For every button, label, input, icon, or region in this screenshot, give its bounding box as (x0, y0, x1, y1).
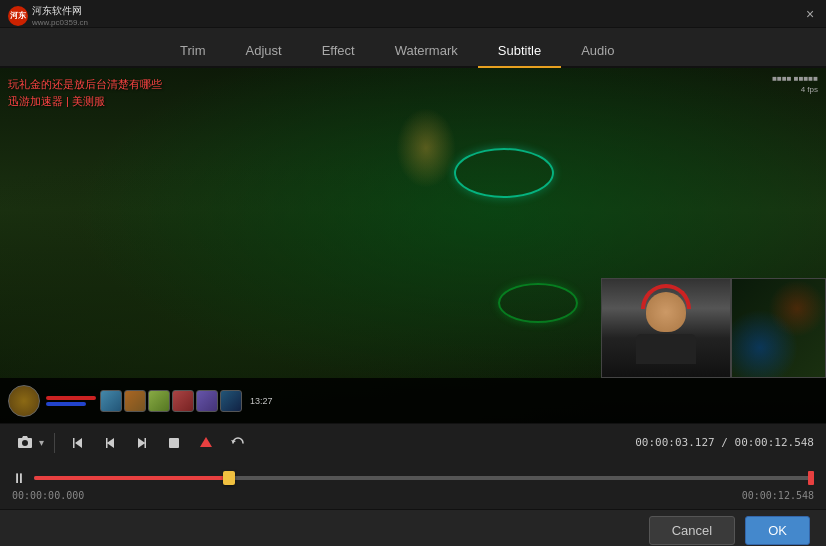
skip-back-icon (70, 435, 86, 451)
stop-icon (166, 435, 182, 451)
end-time-label: 00:00:12.548 (742, 490, 814, 501)
video-preview: 玩礼金的还是放后台清楚有哪些 迅游加速器 | 美测服 ■■■■ ■■■■■ 4 … (0, 68, 826, 423)
watermark-line1: 玩礼金的还是放后台清楚有哪些 (8, 76, 162, 93)
scrubber-end-handle[interactable] (808, 471, 814, 485)
stop-button[interactable] (161, 432, 187, 454)
watermark-line2: 迅游加速器 | 美测服 (8, 93, 162, 110)
step-fwd-icon (134, 435, 150, 451)
tab-bar: Trim Adjust Effect Watermark Subtitle Au… (0, 28, 826, 68)
play-pause-button[interactable]: ⏸ (12, 470, 26, 486)
logo-title: 河东软件网 (32, 4, 88, 18)
title-bar: 河东 河东软件网 www.pc0359.cn × (0, 0, 826, 28)
scrubber-track[interactable] (34, 476, 814, 480)
tab-effect[interactable]: Effect (302, 35, 375, 68)
hud-fps-value: 4 fps (772, 85, 818, 94)
scrubber-handle[interactable] (223, 471, 235, 485)
scrubber-row: ⏸ (12, 470, 814, 486)
skill-icon-1 (100, 390, 122, 412)
dropdown-arrow-icon: ▾ (39, 437, 44, 448)
tab-adjust[interactable]: Adjust (226, 35, 302, 68)
webcam-head (646, 292, 686, 332)
timeline-area: ⏸ 00:00:00.000 00:00:12.548 (0, 461, 826, 509)
svg-rect-0 (169, 438, 179, 448)
controls-bar: ▾ 00:00:03.127 / 0 (0, 423, 826, 461)
reset-icon (230, 435, 246, 451)
marker-icon (198, 435, 214, 451)
camera-icon (17, 435, 33, 451)
start-time-label: 00:00:00.000 (12, 490, 84, 501)
webcam-body (636, 334, 696, 364)
step-fwd-button[interactable] (129, 432, 155, 454)
logo-url: www.pc0359.cn (32, 18, 88, 27)
marker-red-button[interactable] (193, 432, 219, 454)
svg-marker-1 (200, 437, 212, 447)
step-back-icon (102, 435, 118, 451)
hud-skills (100, 390, 242, 412)
skill-icon-5 (196, 390, 218, 412)
screenshot-dropdown[interactable]: ▾ (12, 432, 44, 454)
webcam-overlay (601, 278, 731, 378)
logo-icon: 河东 (8, 6, 28, 26)
game-effect-green (498, 283, 578, 323)
webcam-headset (641, 284, 691, 309)
skill-icon-6 (220, 390, 242, 412)
scrubber-fill (34, 476, 229, 480)
screenshot-button[interactable] (12, 432, 38, 454)
tab-watermark[interactable]: Watermark (375, 35, 478, 68)
tab-audio[interactable]: Audio (561, 35, 634, 68)
tab-subtitle[interactable]: Subtitle (478, 35, 561, 68)
time-display: 00:00:03.127 / 00:00:12.548 (635, 436, 814, 449)
separator-1 (54, 433, 55, 453)
tab-trim[interactable]: Trim (160, 35, 226, 68)
hud-game-timer: 13:27 (250, 396, 273, 406)
game-character-glow (396, 108, 456, 188)
app-logo: 河东 河东软件网 www.pc0359.cn (8, 4, 88, 27)
action-bar: Cancel OK (0, 509, 826, 546)
hud-fps: ■■■■ ■■■■■ 4 fps (772, 74, 818, 94)
game-hud-bottom: 13:27 (0, 378, 826, 423)
ok-button[interactable]: OK (745, 516, 810, 545)
cancel-button[interactable]: Cancel (649, 516, 735, 545)
hud-avatar (8, 385, 40, 417)
minimap (731, 278, 826, 378)
video-watermark: 玩礼金的还是放后台清楚有哪些 迅游加速器 | 美测服 (8, 76, 162, 109)
step-back-button[interactable] (97, 432, 123, 454)
skill-icon-3 (148, 390, 170, 412)
rotate-button[interactable] (225, 432, 251, 454)
close-button[interactable]: × (802, 6, 818, 22)
game-effect-cyan (454, 148, 554, 198)
webcam-content (602, 279, 730, 377)
skill-icon-4 (172, 390, 194, 412)
skill-icon-2 (124, 390, 146, 412)
skip-back-button[interactable] (65, 432, 91, 454)
time-labels: 00:00:00.000 00:00:12.548 (12, 490, 814, 501)
minimap-content (732, 279, 825, 377)
